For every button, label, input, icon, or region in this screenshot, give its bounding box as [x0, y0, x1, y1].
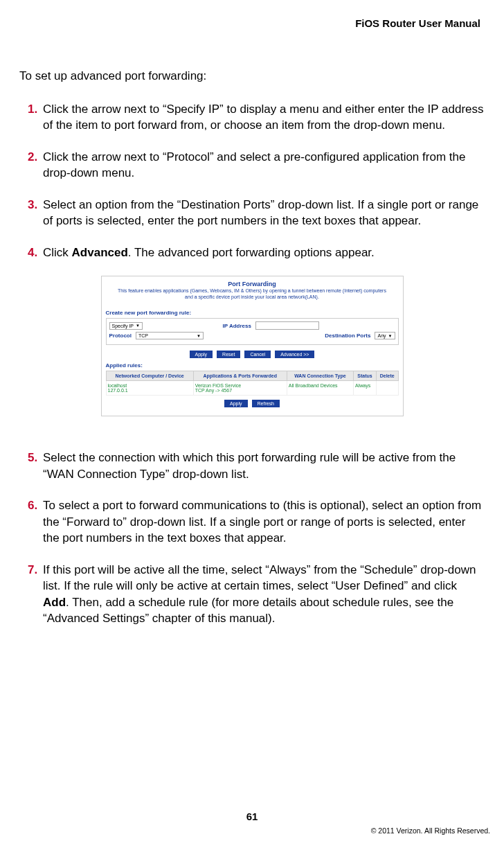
step-number: 3.: [28, 197, 43, 229]
step-1: 1. Click the arrow next to “Specify IP” …: [28, 101, 485, 134]
step-text: Select an option from the “Destination P…: [43, 197, 485, 229]
create-rule-heading: Create new port forwarding rule:: [106, 310, 403, 316]
applied-rules-heading: Applied rules:: [106, 362, 403, 369]
step-text-bold: Add: [43, 596, 66, 609]
panel-description: This feature enables applications (Games…: [102, 287, 403, 306]
col-device: Networked Computer / Device: [106, 371, 193, 381]
col-wan: WAN Connection Type: [287, 371, 353, 381]
steps-list: 1. Click the arrow next to “Specify IP” …: [19, 101, 485, 260]
reset-button[interactable]: Reset: [217, 351, 240, 358]
cell-delete[interactable]: [376, 381, 398, 396]
destination-ports-select[interactable]: Any ▼: [375, 332, 395, 339]
step-number: 2.: [28, 149, 43, 181]
specify-ip-select[interactable]: Specify IP ▼: [109, 322, 143, 330]
step-text-bold: Advanced: [72, 246, 128, 259]
step-7: 7. If this port will be active all the t…: [28, 562, 485, 627]
step-number: 5.: [28, 450, 43, 482]
cell-device-host: localhost: [108, 383, 192, 388]
chevron-down-icon: ▼: [388, 334, 393, 338]
step-text: If this port will be active all the time…: [43, 562, 485, 627]
step-2: 2. Click the arrow next to “Protocol” an…: [28, 149, 485, 181]
applied-rules-table: Networked Computer / Device Applications…: [106, 371, 399, 396]
advanced-button[interactable]: Advanced >>: [275, 351, 314, 358]
step-text: Select the connection with which this po…: [43, 450, 485, 482]
chevron-down-icon: ▼: [197, 334, 201, 338]
cell-device: localhost 127.0.0.1: [106, 381, 193, 396]
step-5: 5. Select the connection with which this…: [28, 450, 485, 482]
table-row: localhost 127.0.0.1 Verizon FiOS Service…: [106, 381, 398, 396]
page-number: 61: [0, 811, 504, 822]
ip-address-label: IP Address: [223, 323, 251, 329]
panel-button-bar-2: Apply Refresh: [102, 400, 403, 407]
protocol-select[interactable]: TCP ▼: [136, 332, 204, 339]
step-4: 4. Click Advanced. The advanced port for…: [28, 245, 485, 260]
cancel-button[interactable]: Cancel: [244, 351, 271, 358]
cell-device-ip: 127.0.0.1: [108, 388, 192, 393]
destination-ports-value: Any: [377, 333, 386, 338]
col-apps: Applications & Ports Forwarded: [193, 371, 287, 381]
step-text-pre: Click: [43, 246, 72, 259]
create-rule-box: Specify IP ▼ IP Address Protocol TCP ▼ D…: [106, 318, 399, 345]
panel-title: Port Forwarding: [102, 276, 403, 287]
step-text: Click Advanced. The advanced port forwar…: [43, 245, 485, 260]
cell-wan: All Broadband Devices: [287, 381, 353, 396]
step-text: To select a port to forward communicatio…: [43, 497, 485, 546]
step-number: 1.: [28, 101, 43, 134]
cell-status: Always: [354, 381, 377, 396]
step-number: 7.: [28, 562, 43, 627]
port-forwarding-panel: Port Forwarding This feature enables app…: [101, 276, 404, 416]
cell-apps-service: Verizon FiOS Service: [195, 383, 285, 388]
step-text: Click the arrow next to “Protocol” and s…: [43, 149, 485, 181]
page-header-title: FiOS Router User Manual: [19, 17, 485, 29]
steps-list-2: 5. Select the connection with which this…: [19, 450, 485, 626]
panel-button-bar: Apply Reset Cancel Advanced >>: [102, 351, 403, 358]
step-3: 3. Select an option from the “Destinatio…: [28, 197, 485, 229]
protocol-label: Protocol: [109, 333, 132, 339]
step-text-pre: If this port will be active all the time…: [43, 563, 476, 592]
step-text: Click the arrow next to “Specify IP” to …: [43, 101, 485, 134]
step-6: 6. To select a port to forward communica…: [28, 497, 485, 546]
step-number: 6.: [28, 497, 43, 546]
cell-apps: Verizon FiOS Service TCP Any -> 4567: [193, 381, 287, 396]
refresh-button[interactable]: Refresh: [252, 400, 280, 407]
col-delete: Delete: [376, 371, 398, 381]
apply-button[interactable]: Apply: [190, 351, 213, 358]
ip-address-input[interactable]: [255, 321, 319, 330]
col-status: Status: [354, 371, 377, 381]
protocol-value: TCP: [138, 333, 148, 338]
apply-button-2[interactable]: Apply: [224, 400, 248, 407]
step-text-post: . Then, add a schedule rule (for more de…: [43, 596, 453, 625]
destination-ports-label: Destination Ports: [325, 333, 370, 339]
intro-text: To set up advanced port forwarding:: [19, 69, 485, 83]
chevron-down-icon: ▼: [136, 324, 140, 328]
step-number: 4.: [28, 245, 43, 260]
step-text-post: . The advanced port forwarding options a…: [128, 246, 375, 259]
copyright-text: © 2011 Verizon. All Rights Reserved.: [371, 826, 490, 835]
cell-apps-ports: TCP Any -> 4567: [195, 388, 285, 393]
specify-ip-label: Specify IP: [112, 324, 134, 328]
